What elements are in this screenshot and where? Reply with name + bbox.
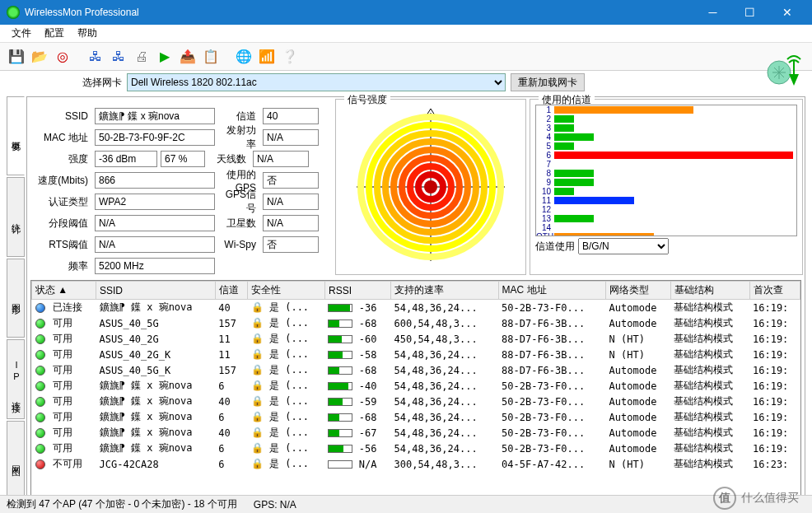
menu-file[interactable]: 文件 — [5, 25, 38, 42]
target-icon[interactable]: ◎ — [53, 47, 72, 67]
table-row[interactable]: 可用ASUS_40_5G_K157🔒 是 (... -6854,48,36,24… — [32, 362, 800, 378]
channel-bar-row: 9 — [536, 178, 796, 187]
channel-label: 信道 — [218, 110, 259, 124]
table-row[interactable]: 不可用JCG-42CA286🔒 是 (... N/A300,54,48,3...… — [32, 456, 800, 472]
strength-dbm-field[interactable] — [95, 151, 157, 167]
toolbar: 💾 📂 ◎ 🖧 🖧 🖨 ▶ 📤 📋 🌐 📶 ❔ — [0, 43, 812, 71]
column-header[interactable]: 信道 — [215, 282, 247, 300]
signal-fieldset: 信号强度 — [335, 99, 526, 275]
statusbar: 检测到 47 个AP (47 个加密 - 0 个未加密) - 18 个可用 GP… — [0, 495, 812, 513]
strength-pct-field[interactable] — [161, 151, 205, 167]
column-header[interactable]: 安全性 — [248, 282, 325, 300]
sat-label: 卫星数 — [218, 217, 259, 231]
channel-bar-row: 7 — [536, 160, 796, 169]
speed-label: 速度(Mbits) — [32, 174, 91, 188]
help-icon[interactable]: ❔ — [280, 47, 300, 67]
window-title: WirelessMon Professional — [25, 7, 694, 18]
tab-map[interactable]: 网图 — [7, 421, 25, 500]
svg-point-14 — [424, 180, 437, 194]
channel-bar-row: 2 — [536, 114, 796, 124]
close-button[interactable]: ✕ — [768, 0, 805, 25]
channel-bar-row: 13 — [536, 214, 796, 223]
wispy-field[interactable] — [263, 236, 319, 253]
table-row[interactable]: 已连接鑛旐⁋ 鐷 x 琬nova40🔒 是 (... -3654,48,36,2… — [32, 300, 800, 316]
table-row[interactable]: 可用鑛旐⁋ 鐷 x 琬nova6🔒 是 (... -6854,48,36,24.… — [32, 409, 800, 425]
auth-label: 认证类型 — [32, 195, 91, 209]
menu-help[interactable]: 帮助 — [71, 25, 104, 42]
signal-icon[interactable]: 📶 — [257, 47, 277, 67]
antenna-field[interactable] — [253, 151, 309, 167]
minimize-button[interactable]: ─ — [694, 0, 731, 25]
channels-fieldset: 使用的信道 1234567891011121314OTH 信道使用 B/G/N — [530, 99, 803, 275]
tool-icon-1[interactable]: 🖧 — [86, 47, 105, 67]
menu-config[interactable]: 配置 — [38, 25, 71, 42]
nic-label: 选择网卡 — [82, 76, 122, 90]
channel-bar-row: 4 — [536, 133, 796, 142]
table-row[interactable]: 可用ASUS_40_2G11🔒 是 (... -60450,54,48,3...… — [32, 331, 800, 347]
maximize-button[interactable]: ☐ — [731, 0, 768, 25]
table-row[interactable]: 可用ASUS_40_5G157🔒 是 (... -68600,54,48,3..… — [32, 315, 800, 331]
titlebar: WirelessMon Professional ─ ☐ ✕ — [0, 0, 812, 25]
channel-field[interactable] — [263, 108, 319, 124]
app-logo-icon — [764, 49, 804, 89]
sat-field[interactable] — [263, 215, 319, 231]
play-icon[interactable]: ▶ — [155, 47, 175, 67]
channel-bar-row: 3 — [536, 124, 796, 133]
channel-usage-label: 信道使用 — [535, 240, 575, 254]
auth-field[interactable] — [95, 194, 215, 210]
tab-graph[interactable]: 图形 — [7, 259, 25, 338]
ssid-field[interactable] — [95, 108, 215, 124]
channel-bar-row: 11 — [536, 196, 796, 205]
gps-used-field[interactable] — [263, 172, 319, 189]
tool-icon-2[interactable]: 🖧 — [109, 47, 128, 67]
table-row[interactable]: 可用鑛旐⁋ 鐷 x 琬nova40🔒 是 (... -6754,48,36,24… — [32, 425, 800, 441]
ssid-label: SSID — [32, 110, 91, 122]
table-row[interactable]: 可用ASUS_40_2G_K11🔒 是 (... -5854,48,36,24.… — [32, 347, 800, 362]
reload-nic-button[interactable]: 重新加载网卡 — [511, 73, 585, 91]
txpower-field[interactable] — [263, 129, 319, 146]
nic-select[interactable]: Dell Wireless 1820 802.11ac — [127, 73, 506, 91]
tool-icon-3[interactable]: 🖨 — [132, 47, 152, 67]
channel-bar-row: 10 — [536, 187, 796, 196]
antenna-label: 天线数 — [208, 152, 250, 166]
column-header[interactable]: 基础结构 — [670, 282, 749, 300]
tab-ip[interactable]: IP 连接 — [7, 339, 25, 418]
mac-field[interactable] — [95, 129, 215, 146]
globe-icon[interactable]: 🌐 — [234, 47, 254, 67]
gps-sig-field[interactable] — [263, 194, 319, 210]
export-icon[interactable]: 📤 — [178, 47, 198, 67]
network-list[interactable]: 状态 ▲SSID信道安全性RSSI支持的速率MAC 地址网络类型基础结构首次查 … — [30, 280, 801, 496]
clipboard-icon[interactable]: 📋 — [201, 47, 221, 67]
channel-bar-row: 5 — [536, 142, 796, 151]
channel-bar-row: OTH — [536, 232, 796, 236]
column-header[interactable]: RSSI — [324, 282, 390, 300]
channel-bar-row: 1 — [536, 105, 796, 114]
column-header[interactable]: 网络类型 — [606, 282, 671, 300]
frag-field[interactable] — [95, 215, 215, 231]
strength-label: 强度 — [32, 152, 91, 166]
watermark-icon: 值 — [713, 487, 736, 510]
table-row[interactable]: 可用鑛旐⁋ 鐷 x 琬nova6🔒 是 (... -4054,48,36,24.… — [32, 378, 800, 394]
table-row[interactable]: 可用鑛旐⁋ 鐷 x 琬nova6🔒 是 (... -5654,48,36,24.… — [32, 441, 800, 456]
content-panel: SSID信道 MAC 地址发射功率 强度天线数 速度(Mbits)使用的GPS … — [26, 96, 805, 500]
folder-icon[interactable]: 📂 — [30, 47, 49, 67]
column-header[interactable]: SSID — [96, 282, 216, 300]
channel-mode-select[interactable]: B/G/N — [578, 238, 669, 254]
side-tabs: 概要 统计 图形 IP 连接 网图 — [7, 96, 25, 500]
mac-label: MAC 地址 — [32, 131, 91, 145]
table-row[interactable]: 可用鑛旐⁋ 鐷 x 琬nova40🔒 是 (... -5954,48,36,24… — [32, 394, 800, 409]
app-icon — [7, 6, 20, 19]
save-icon[interactable]: 💾 — [7, 47, 26, 67]
watermark: 值 什么值得买 — [713, 487, 799, 510]
rts-label: RTS阈值 — [32, 238, 91, 252]
txpower-label: 发射功率 — [218, 124, 259, 152]
column-header[interactable]: MAC 地址 — [498, 282, 606, 300]
speed-field[interactable] — [95, 172, 215, 189]
rts-field[interactable] — [95, 236, 215, 253]
tab-stats[interactable]: 统计 — [7, 177, 25, 256]
column-header[interactable]: 首次查 — [749, 282, 800, 300]
column-header[interactable]: 状态 ▲ — [32, 282, 96, 300]
freq-field[interactable] — [95, 258, 215, 274]
column-header[interactable]: 支持的速率 — [390, 282, 498, 300]
tab-summary[interactable]: 概要 — [7, 96, 25, 175]
